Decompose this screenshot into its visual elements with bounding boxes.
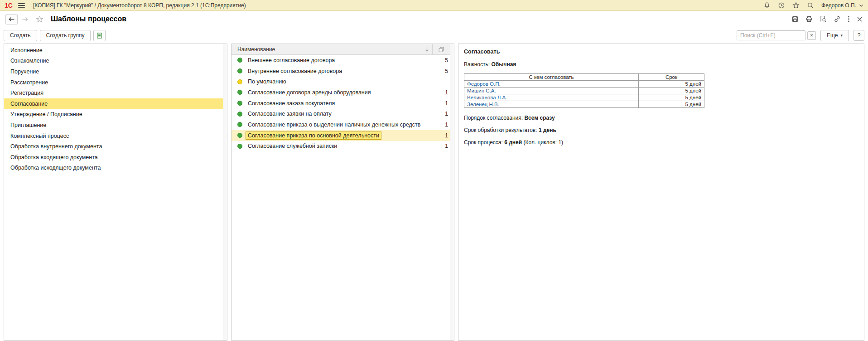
process-template-name: Согласование приказа о выделении наличны… xyxy=(246,121,423,129)
templates-table-header[interactable]: Наименование xyxy=(231,44,454,55)
save-settings-icon[interactable] xyxy=(791,15,799,23)
journal-icon-button[interactable] xyxy=(93,30,106,41)
create-group-button[interactable]: Создать группу xyxy=(40,30,91,41)
templates-panel: Наименование Внешнее согласование догово… xyxy=(231,44,454,341)
process-template-name-cell: Внешнее согласование договора xyxy=(246,56,438,64)
get-link-icon[interactable] xyxy=(834,15,841,23)
approver-term: 5 дней xyxy=(639,81,704,88)
create-button[interactable]: Создать xyxy=(4,30,37,41)
favorites-star-icon[interactable] xyxy=(792,2,800,9)
process-template-row[interactable]: Внешнее согласование договора5 xyxy=(231,55,454,66)
process-template-row[interactable]: Согласование приказа о выделении наличны… xyxy=(231,119,454,130)
history-icon[interactable] xyxy=(778,2,785,9)
approval-order-value: Всем сразу xyxy=(524,115,555,121)
process-type-item[interactable]: Поручение xyxy=(4,66,227,77)
approver-term: 5 дней xyxy=(639,94,704,101)
more-menu-kebab-icon[interactable] xyxy=(848,15,850,23)
process-type-item[interactable]: Регистрация xyxy=(4,88,227,98)
approver-row: Мишин С.А.5 дней xyxy=(464,88,704,94)
process-type-item[interactable]: Обработка входящего документа xyxy=(4,152,227,163)
search-input[interactable] xyxy=(737,30,805,40)
importance-value: Обычная xyxy=(491,61,516,68)
process-template-name: Согласование заказа покупателя xyxy=(246,99,337,107)
approver-link[interactable]: Федоров О.П. xyxy=(464,81,639,88)
process-template-row[interactable]: Согласование договора аренды оборудовани… xyxy=(231,87,454,98)
process-template-name: Внешнее согласование договора xyxy=(246,56,337,64)
approver-term: 5 дней xyxy=(639,101,704,108)
result-processing-value: 1 день xyxy=(539,127,556,133)
sort-descending-icon xyxy=(424,46,429,52)
process-template-row[interactable]: По умолчанию xyxy=(231,76,454,87)
status-dot-green xyxy=(237,122,242,127)
process-template-row[interactable]: Согласование заказа покупателя1 xyxy=(231,98,454,109)
process-template-row[interactable]: Согласование приказа по основной деятель… xyxy=(231,130,454,141)
approver-term-header: Срок xyxy=(639,74,704,81)
global-search-icon[interactable] xyxy=(807,2,814,9)
form-header-bar: Шаблоны процессов xyxy=(0,11,868,27)
status-dot-green xyxy=(237,68,242,73)
process-type-item[interactable]: Обработка исходящего документа xyxy=(4,163,227,174)
status-dot-green xyxy=(237,90,242,95)
process-template-name-cell: Согласование приказа о выделении наличны… xyxy=(246,121,438,129)
copies-icon xyxy=(438,46,444,53)
print-icon[interactable] xyxy=(805,15,813,23)
preview-icon[interactable] xyxy=(820,15,827,23)
status-dot-green xyxy=(237,144,242,149)
middle-scrollbar[interactable] xyxy=(450,44,454,340)
process-type-item[interactable]: Обработка внутреннего документа xyxy=(4,141,227,152)
process-type-item[interactable]: Комплексный процесс xyxy=(4,131,227,141)
main-menu-icon[interactable] xyxy=(18,3,25,8)
close-icon[interactable] xyxy=(857,16,863,22)
process-template-name-cell: Согласование заказа покупателя xyxy=(246,99,438,107)
status-dot-yellow xyxy=(237,79,242,84)
name-column-header[interactable]: Наименование xyxy=(237,46,424,53)
process-type-item[interactable]: Приглашение xyxy=(4,120,227,131)
back-button[interactable] xyxy=(5,14,18,24)
help-button[interactable]: ? xyxy=(854,30,864,41)
notifications-bell-icon[interactable] xyxy=(763,2,771,9)
status-dot-green xyxy=(237,133,242,138)
status-dot-green xyxy=(237,101,242,106)
process-template-row[interactable]: Согласование заявки на оплату1 xyxy=(231,108,454,119)
approver-link[interactable]: Зеленец Н.В. xyxy=(464,101,639,108)
user-menu[interactable]: Федоров О.П. xyxy=(821,2,863,9)
left-scrollbar[interactable] xyxy=(223,44,227,340)
command-bar: Создать Создать группу × Еще ▾ ? xyxy=(0,27,868,44)
status-dot-green xyxy=(237,58,242,63)
process-template-name: Согласование договора аренды оборудовани… xyxy=(246,88,373,97)
process-types-panel: ИсполнениеОзнакомлениеПоручениеРассмотре… xyxy=(4,44,227,341)
forward-button[interactable] xyxy=(19,14,31,24)
process-type-item[interactable]: Рассмотрение xyxy=(4,77,227,88)
process-type-item[interactable]: Утверждение / Подписание xyxy=(4,109,227,120)
process-template-row[interactable]: Согласование служебной записки1 xyxy=(231,141,454,152)
process-template-name-cell: По умолчанию xyxy=(246,78,438,86)
approver-link[interactable]: Мишин С.А. xyxy=(464,88,639,94)
process-template-name-cell: Внутреннее согласование договора xyxy=(246,67,438,75)
process-type-list: ИсполнениеОзнакомлениеПоручениеРассмотре… xyxy=(4,45,227,173)
process-template-name-cell: Согласование приказа по основной деятель… xyxy=(246,132,438,140)
chevron-down-icon: ▾ xyxy=(840,33,843,38)
approvers-table-body: Федоров О.П.5 днейМишин С.А.5 днейВелика… xyxy=(464,81,704,108)
process-type-item[interactable]: Согласование xyxy=(4,98,227,109)
process-type-item[interactable]: Исполнение xyxy=(4,45,227,56)
count-column-header[interactable] xyxy=(433,46,450,53)
approver-link[interactable]: Великанова Л.А. xyxy=(464,94,639,101)
process-term-label: Срок процесса: xyxy=(464,139,503,146)
process-template-name: Согласование заявки на оплату xyxy=(246,110,334,118)
approver-term: 5 дней xyxy=(639,88,704,94)
more-button[interactable]: Еще ▾ xyxy=(820,30,849,41)
approver-name-header: С кем согласовать xyxy=(464,74,639,81)
page-title: Шаблоны процессов xyxy=(51,15,126,23)
template-details-panel: Согласовать Важность: Обычная С кем согл… xyxy=(458,44,864,341)
approver-row: Федоров О.П.5 дней xyxy=(464,81,704,88)
process-term-suffix: (Кол. циклов: 1) xyxy=(524,139,564,146)
process-term-line: Срок процесса: 6 дней (Кол. циклов: 1) xyxy=(464,139,858,146)
process-template-row[interactable]: Внутреннее согласование договора5 xyxy=(231,66,454,77)
1c-logo: 1С xyxy=(5,2,13,9)
importance-label: Важность: xyxy=(464,61,490,68)
process-template-name-cell: Согласование заявки на оплату xyxy=(246,110,438,118)
add-favorite-star-icon[interactable] xyxy=(36,15,43,23)
chevron-down-icon xyxy=(859,4,863,7)
process-type-item[interactable]: Ознакомление xyxy=(4,56,227,67)
clear-search-button[interactable]: × xyxy=(807,31,816,40)
